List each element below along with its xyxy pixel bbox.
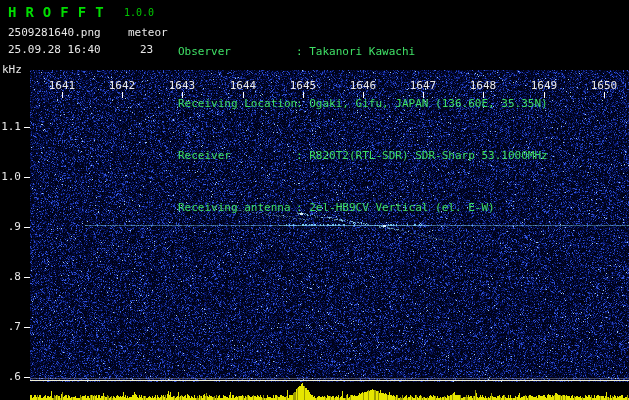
y-tick-label: .7	[0, 320, 21, 333]
x-tick-label: 1649	[531, 79, 558, 92]
info-label: Receiver	[178, 149, 296, 163]
echo-count: 23	[140, 43, 153, 56]
y-tick-label: 1.1	[0, 120, 21, 133]
app-version: 1.0.0	[124, 7, 154, 18]
info-label: Observer	[178, 45, 296, 59]
info-row-observer: Observer : Takanori Kawachi	[178, 45, 548, 59]
x-tick-label: 1642	[109, 79, 136, 92]
output-filename: 2509281640.png	[8, 26, 101, 39]
info-label: Receiving Location	[178, 97, 296, 111]
x-tick-label: 1643	[169, 79, 196, 92]
hrofft-output-image: HROFFT 1.0.0 2509281640.png meteor 25.09…	[0, 0, 629, 400]
record-timestamp: 25.09.28 16:40	[8, 43, 101, 56]
info-label: Receiving antenna	[178, 201, 296, 215]
y-tick-label: .8	[0, 270, 21, 283]
info-row-location: Receiving Location : Ogaki, Gifu, JAPAN …	[178, 97, 548, 111]
x-tick-label: 1650	[591, 79, 618, 92]
y-tick-label: 1.0	[0, 170, 21, 183]
info-value: : 2el-HB9CV Vertical (el. E-W)	[296, 201, 495, 215]
info-value: : Takanori Kawachi	[296, 45, 415, 59]
info-value: : R820T2(RTL-SDR) SDR-Sharp 53.1000MHz	[296, 149, 548, 163]
info-row-receiver: Receiver : R820T2(RTL-SDR) SDR-Sharp 53.…	[178, 149, 548, 163]
station-info-table: Observer : Takanori Kawachi Receiving Lo…	[178, 7, 548, 253]
x-tick-label: 1648	[470, 79, 497, 92]
info-row-antenna: Receiving antenna : 2el-HB9CV Vertical (…	[178, 201, 548, 215]
y-tick-label: .6	[0, 370, 21, 383]
x-tick-label: 1647	[410, 79, 437, 92]
x-tick-label: 1646	[350, 79, 377, 92]
info-value: : Ogaki, Gifu, JAPAN (136.60E, 35.35N)	[296, 97, 548, 111]
y-tick-label: .9	[0, 220, 21, 233]
app-title: HROFFT	[8, 4, 113, 20]
x-tick-label: 1645	[290, 79, 317, 92]
x-tick-label: 1644	[230, 79, 257, 92]
y-axis-unit-label: kHz	[2, 63, 22, 76]
mode-label: meteor	[128, 26, 168, 39]
x-tick-label: 1641	[49, 79, 76, 92]
